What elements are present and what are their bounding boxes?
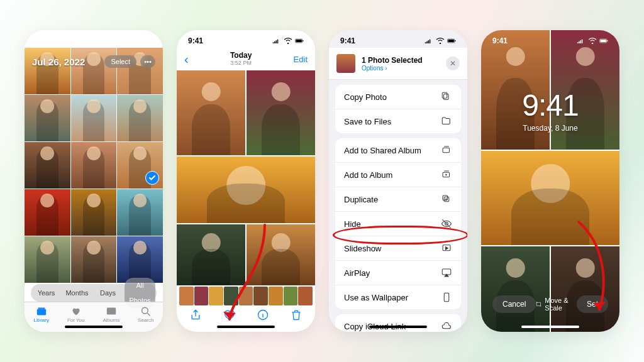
action-icon (441, 116, 452, 127)
tab-label: Library (33, 317, 48, 323)
delete-button[interactable] (290, 309, 303, 324)
svg-rect-17 (443, 148, 450, 153)
status-bar: 9:41 (177, 30, 315, 48)
library-header: Jul 26, 2022 Select ••• (32, 55, 155, 68)
action-label: Add to Album (344, 170, 392, 180)
wallpaper-collage[interactable] (481, 30, 619, 332)
photo-thumb[interactable] (71, 236, 117, 283)
favorite-button[interactable] (223, 309, 235, 324)
collage-photo[interactable] (177, 70, 315, 285)
action-hide[interactable]: Hide (335, 212, 461, 236)
svg-rect-14 (455, 40, 455, 41)
action-use-as-wallpaper[interactable]: Use as Wallpaper (335, 285, 461, 309)
sheet-thumbnail (336, 54, 355, 73)
status-icons (272, 38, 304, 44)
photo-thumb[interactable] (117, 95, 163, 141)
wallpaper-controls: Cancel Move & Scale Set (481, 295, 619, 313)
photo-thumb[interactable] (25, 236, 70, 283)
svg-rect-34 (607, 40, 608, 41)
status-bar: 9:41 (25, 30, 163, 48)
home-indicator[interactable] (65, 326, 123, 328)
select-button[interactable]: Select (104, 55, 136, 68)
status-time: 9:41 (36, 36, 51, 45)
nav-title: Today 3:52 PM (230, 52, 252, 66)
tab-library[interactable]: Library (33, 306, 48, 323)
action-label: Slideshow (344, 244, 381, 253)
svg-rect-4 (38, 307, 45, 309)
action-add-to-album[interactable]: Add to Album (335, 163, 461, 187)
back-button[interactable]: ‹ (184, 52, 189, 67)
svg-rect-35 (537, 302, 541, 306)
svg-rect-1 (143, 40, 149, 42)
lock-screen-clock: 9:41 Tuesday, 8 June (481, 88, 619, 133)
home-indicator[interactable] (217, 326, 275, 328)
action-icon (441, 218, 452, 229)
action-label: Use as Wallpaper (344, 293, 408, 302)
move-scale-label: Move & Scale (536, 297, 577, 312)
tab-for-you[interactable]: For You (67, 306, 85, 323)
photo-thumb[interactable] (71, 142, 117, 189)
photo-thumb[interactable] (25, 142, 70, 189)
close-button[interactable]: ✕ (446, 57, 460, 70)
share-sheet-header: 1 Photo Selected Options › ✕ (329, 48, 467, 80)
action-label: Duplicate (344, 195, 378, 204)
segment-months[interactable]: Months (62, 289, 92, 297)
photo-thumb[interactable] (71, 95, 117, 141)
phone-wallpaper-preview: 9:41 9:41 Tuesday, 8 June Cancel Move & … (481, 30, 619, 332)
tab-label: Albums (103, 317, 119, 323)
selected-check-icon (145, 171, 159, 185)
photo-thumb-selected[interactable] (117, 142, 163, 189)
action-icon (441, 145, 452, 156)
status-bar: 9:41 (329, 30, 467, 48)
thumbnail-strip[interactable] (177, 285, 315, 307)
status-icons (120, 38, 152, 44)
photo-thumb[interactable] (71, 189, 117, 236)
tab-albums[interactable]: Albums (103, 306, 119, 323)
action-label: AirPlay (344, 268, 370, 278)
action-label: Copy Photo (344, 92, 387, 102)
phone-share-sheet: 9:41 1 Photo Selected Options › ✕ Copy P… (329, 30, 467, 332)
status-time: 9:41 (340, 36, 355, 45)
photo-thumb[interactable] (117, 236, 163, 283)
info-button[interactable] (257, 309, 269, 324)
phone-photo-detail: 9:41 ‹ Today 3:52 PM Edit (177, 30, 315, 332)
action-icon (441, 267, 452, 278)
segment-days[interactable]: Days (92, 289, 123, 297)
action-label: Hide (344, 219, 361, 229)
action-duplicate[interactable]: Duplicate (335, 187, 461, 212)
svg-rect-33 (600, 40, 606, 42)
home-indicator[interactable] (521, 326, 579, 328)
action-add-to-shared-album[interactable]: Add to Shared Album (335, 138, 461, 163)
photo-thumb[interactable] (117, 189, 163, 236)
svg-rect-5 (107, 307, 116, 314)
set-button[interactable]: Set (577, 295, 608, 313)
home-indicator[interactable] (369, 326, 427, 328)
edit-button[interactable]: Edit (294, 55, 308, 64)
action-icon (441, 243, 452, 254)
photo-thumb[interactable] (25, 189, 70, 236)
action-copy-photo[interactable]: Copy Photo (335, 85, 461, 109)
action-icon (441, 91, 452, 102)
action-label: Save to Files (344, 117, 391, 126)
svg-point-6 (142, 307, 148, 314)
more-button[interactable]: ••• (140, 55, 155, 68)
action-icon (441, 321, 452, 332)
action-airplay[interactable]: AirPlay (335, 261, 461, 285)
photo-toolbar (177, 307, 315, 332)
tab-label: Search (138, 317, 153, 323)
action-slideshow[interactable]: Slideshow (335, 236, 461, 261)
photo-nav: ‹ Today 3:52 PM Edit (177, 48, 315, 70)
svg-rect-2 (150, 40, 151, 41)
tab-search[interactable]: Search (138, 306, 153, 323)
svg-rect-15 (444, 94, 449, 100)
action-copy-icloud-link[interactable]: Copy iCloud Link (335, 314, 461, 332)
photo-thumb[interactable] (25, 95, 70, 141)
options-button[interactable]: Options › (362, 65, 423, 72)
cancel-button[interactable]: Cancel (492, 295, 536, 313)
segment-years[interactable]: Years (31, 289, 62, 297)
sheet-title-block: 1 Photo Selected Options › (362, 56, 423, 72)
action-save-to-files[interactable]: Save to Files (335, 109, 461, 133)
svg-rect-24 (444, 293, 449, 302)
share-button[interactable] (189, 309, 202, 324)
action-icon (441, 169, 452, 180)
